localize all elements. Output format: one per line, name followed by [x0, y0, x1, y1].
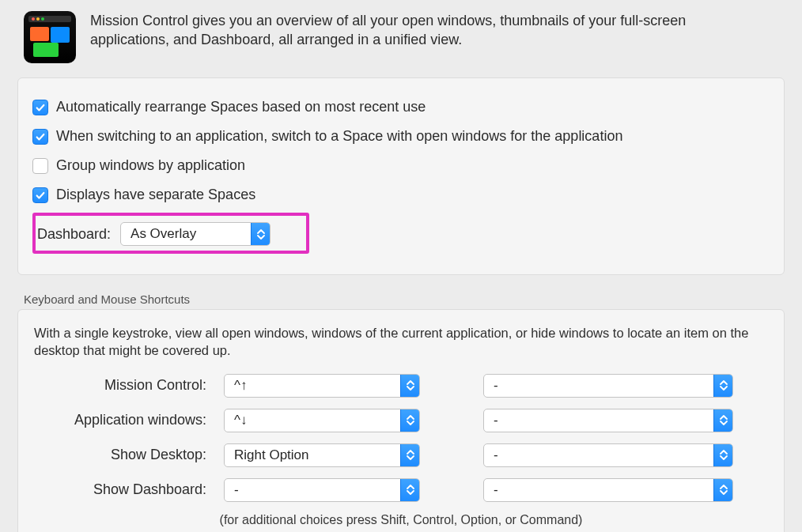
checkbox-group-windows[interactable]: [32, 158, 48, 174]
label-auto-rearrange: Automatically rearrange Spaces based on …: [56, 99, 426, 115]
label-switch-space: When switching to an application, switch…: [56, 128, 622, 145]
row-label: Application windows:: [34, 412, 206, 428]
dashboard-label: Dashboard:: [37, 226, 111, 243]
stepper-icon: [713, 375, 732, 397]
application-windows-mouse-select[interactable]: -: [483, 409, 733, 432]
option-auto-rearrange-row: Automatically rearrange Spaces based on …: [32, 92, 770, 122]
show-desktop-keyboard-select[interactable]: Right Option: [224, 443, 420, 467]
label-separate-spaces: Displays have separate Spaces: [56, 187, 255, 203]
option-switch-space-row: When switching to an application, switch…: [32, 122, 770, 151]
option-group-windows-row: Group windows by application: [32, 151, 770, 180]
row-label: Mission Control:: [34, 377, 206, 394]
checkbox-switch-space[interactable]: [32, 129, 48, 145]
select-value: -: [494, 413, 498, 428]
stepper-icon: [400, 479, 419, 501]
checkbox-auto-rearrange[interactable]: [32, 100, 48, 115]
checkbox-separate-spaces[interactable]: [32, 187, 48, 203]
stepper-icon: [713, 479, 732, 501]
show-dashboard-mouse-select[interactable]: -: [483, 478, 733, 502]
stepper-icon: [400, 375, 419, 397]
stepper-icon: [251, 223, 270, 245]
stepper-icon: [713, 444, 732, 466]
stepper-icon: [713, 409, 732, 432]
select-value: ^↑: [234, 378, 247, 394]
select-value: -: [494, 378, 498, 394]
shortcut-row-application-windows: Application windows: ^↓ -: [34, 409, 768, 432]
mission-control-mouse-select[interactable]: -: [483, 374, 733, 398]
select-value: -: [494, 447, 498, 463]
options-panel: Automatically rearrange Spaces based on …: [17, 77, 785, 275]
stepper-icon: [400, 409, 419, 432]
shortcuts-footnote: (for additional choices press Shift, Con…: [34, 513, 768, 527]
mission-control-icon: [24, 11, 76, 63]
dashboard-select-value: As Overlay: [131, 226, 196, 242]
select-value: -: [494, 482, 498, 498]
shortcuts-section-title: Keyboard and Mouse Shortcuts: [24, 292, 785, 306]
dashboard-row-highlight: Dashboard: As Overlay: [32, 213, 309, 254]
row-label: Show Dashboard:: [34, 481, 206, 498]
dashboard-select[interactable]: As Overlay: [120, 222, 270, 246]
shortcut-row-show-dashboard: Show Dashboard: - -: [34, 478, 768, 502]
shortcuts-panel: With a single keystroke, view all open w…: [17, 309, 785, 532]
shortcut-row-mission-control: Mission Control: ^↑ -: [34, 374, 768, 398]
show-desktop-mouse-select[interactable]: -: [483, 443, 733, 467]
select-value: Right Option: [234, 447, 309, 463]
show-dashboard-keyboard-select[interactable]: -: [224, 478, 420, 502]
row-label: Show Desktop:: [34, 447, 206, 463]
stepper-icon: [400, 444, 419, 466]
application-windows-keyboard-select[interactable]: ^↓: [224, 409, 420, 432]
option-separate-spaces-row: Displays have separate Spaces: [32, 180, 770, 209]
shortcuts-description: With a single keystroke, view all open w…: [34, 324, 768, 360]
select-value: ^↓: [234, 413, 247, 428]
shortcut-row-show-desktop: Show Desktop: Right Option -: [34, 443, 768, 467]
header: Mission Control gives you an overview of…: [17, 11, 785, 63]
label-group-windows: Group windows by application: [56, 157, 245, 174]
header-description: Mission Control gives you an overview of…: [90, 11, 766, 50]
select-value: -: [234, 482, 239, 498]
mission-control-keyboard-select[interactable]: ^↑: [224, 374, 420, 398]
